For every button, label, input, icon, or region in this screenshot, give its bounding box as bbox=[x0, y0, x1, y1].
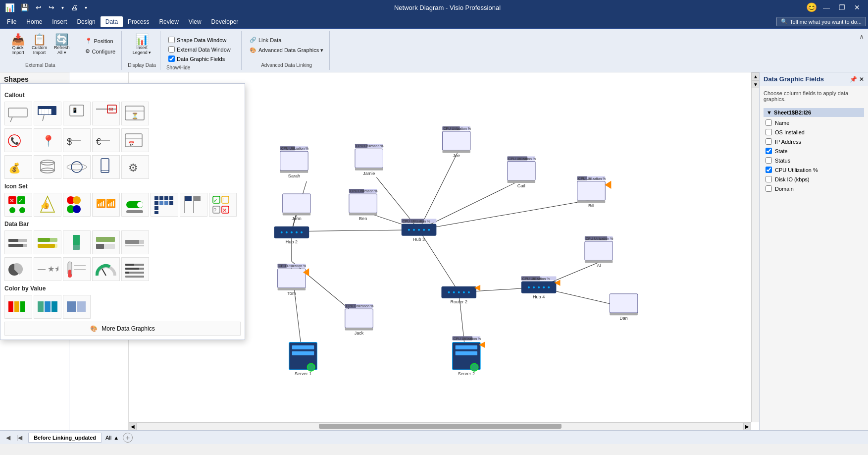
iconset-item-3[interactable] bbox=[63, 193, 91, 217]
callout-money-bag[interactable]: 💰 bbox=[4, 155, 32, 179]
right-panel-close-btn[interactable]: ✕ bbox=[859, 76, 864, 83]
server2-node[interactable]: CPU Utilization % Server 2 bbox=[453, 337, 485, 377]
menu-item-process[interactable]: Process bbox=[123, 16, 154, 27]
scroll-left-arrow[interactable]: ◀ bbox=[129, 423, 137, 431]
gail-node[interactable]: CPU Utilization % Gail bbox=[508, 156, 536, 188]
advanced-graphics-button[interactable]: 🎨 Advanced Data Graphics ▾ bbox=[248, 46, 325, 55]
callout-calendar[interactable]: 📅 bbox=[121, 128, 149, 152]
right-panel-pin-icon[interactable]: 📌 bbox=[850, 76, 857, 83]
databar-item-4[interactable] bbox=[92, 230, 120, 254]
databar-multibar[interactable] bbox=[121, 257, 149, 281]
hub4-node[interactable]: CPU Utilization % Hub 4 bbox=[521, 276, 561, 299]
data-graphic-fields-checkbox[interactable]: Data Graphic Fields bbox=[166, 55, 233, 63]
field-name-checkbox[interactable] bbox=[766, 119, 772, 126]
menu-item-design[interactable]: Design bbox=[72, 16, 100, 27]
page-first-btn[interactable]: |◀ bbox=[14, 433, 24, 442]
callout-location[interactable]: 📍 bbox=[34, 128, 61, 152]
data-graphic-fields-input[interactable] bbox=[168, 56, 175, 62]
status-tab[interactable]: Before Linking_updated bbox=[28, 433, 102, 443]
callout-item-3[interactable]: 📱 bbox=[63, 102, 91, 125]
menu-item-insert[interactable]: Insert bbox=[47, 16, 72, 27]
hub3-node[interactable]: CPU Utilization % Hub 3 bbox=[402, 219, 437, 242]
color-item-1[interactable] bbox=[4, 295, 32, 319]
quick-import-button[interactable]: 📥 QuickImport bbox=[8, 33, 28, 57]
shape-data-window-checkbox[interactable]: Shape Data Window bbox=[166, 36, 233, 44]
minimize-button[interactable]: — bbox=[820, 2, 833, 12]
dan-node[interactable]: Dan bbox=[610, 294, 637, 321]
page-dropdown[interactable]: All ▲ bbox=[105, 435, 119, 441]
jack-node[interactable]: CPU Utilization % Jack bbox=[345, 304, 374, 336]
vertical-scrollbar[interactable]: ▲ ▼ bbox=[751, 72, 759, 422]
quick-access-print[interactable]: 🖨 bbox=[69, 3, 79, 12]
al-node[interactable]: CPU Utilization % Al bbox=[585, 236, 613, 269]
quick-access-redo[interactable]: ↪ bbox=[47, 3, 56, 12]
ribbon-collapse-button[interactable]: ∧ bbox=[859, 33, 864, 41]
scroll-down-arrow[interactable]: ▼ bbox=[752, 80, 759, 88]
quick-access-save[interactable]: 💾 bbox=[19, 3, 30, 12]
shape-data-window-input[interactable] bbox=[168, 37, 175, 43]
databar-item-3[interactable] bbox=[63, 230, 91, 254]
iconset-item-grid[interactable] bbox=[151, 193, 178, 217]
menu-item-review[interactable]: Review bbox=[154, 16, 183, 27]
callout-item-2[interactable]: ████ bbox=[34, 102, 61, 125]
databar-stars[interactable]: — ★★★★ bbox=[34, 257, 61, 281]
sarah-node[interactable]: CPU Utilization % Sarah bbox=[280, 146, 309, 178]
field-os-checkbox[interactable] bbox=[766, 129, 772, 135]
callout-planet[interactable] bbox=[63, 155, 91, 179]
insert-legend-button[interactable]: 📊 InsertLegend ▾ bbox=[130, 33, 154, 60]
iconset-item-checkmarks[interactable]: ✓ ! ? ✕ bbox=[209, 193, 237, 217]
databar-pie[interactable] bbox=[4, 257, 32, 281]
callout-item-1[interactable] bbox=[4, 102, 32, 125]
field-status-checkbox[interactable] bbox=[766, 157, 772, 164]
databar-item-1[interactable] bbox=[4, 230, 32, 254]
horizontal-scrollbar[interactable]: ◀ ▶ bbox=[129, 422, 751, 430]
refresh-all-button[interactable]: 🔄 RefreshAll ▾ bbox=[51, 33, 73, 57]
maximize-button[interactable]: ❐ bbox=[836, 2, 848, 12]
more-data-graphics-btn[interactable]: 🎨 More Data Graphics bbox=[4, 322, 241, 336]
custom-import-button[interactable]: 📋 CustomImport bbox=[29, 33, 50, 57]
databar-thermometer[interactable] bbox=[63, 257, 91, 281]
scroll-right-arrow[interactable]: ▶ bbox=[743, 423, 751, 431]
callout-gear[interactable]: ⚙ bbox=[121, 155, 149, 179]
bill-node[interactable]: CPU Utilization % Bill bbox=[577, 176, 612, 209]
menu-item-file[interactable]: File bbox=[2, 16, 21, 27]
callout-phone[interactable]: 📞 bbox=[4, 128, 32, 152]
close-button[interactable]: ✕ bbox=[851, 2, 863, 12]
databar-gauge[interactable] bbox=[92, 257, 120, 281]
databar-item-2[interactable] bbox=[34, 230, 61, 254]
callout-mobile[interactable] bbox=[92, 155, 120, 179]
iconset-item-flags[interactable] bbox=[180, 193, 207, 217]
field-domain-checkbox[interactable] bbox=[766, 185, 772, 192]
link-data-button[interactable]: 🔗 Link Data bbox=[248, 36, 325, 44]
callout-item-4[interactable]: ✉ bbox=[92, 102, 120, 125]
configure-button[interactable]: ⚙ Configure bbox=[83, 47, 118, 56]
jamie-node[interactable]: CPU Utilization % Jamie bbox=[355, 144, 384, 176]
field-diskio-checkbox[interactable] bbox=[766, 176, 772, 182]
scroll-thumb-h[interactable] bbox=[319, 424, 562, 429]
router2-node[interactable]: Router 2 bbox=[441, 285, 480, 304]
field-section-header[interactable]: ▼ Sheet1$B2:I26 bbox=[764, 108, 864, 117]
callout-item-5[interactable]: ⏳ bbox=[121, 102, 149, 125]
search-box[interactable]: 🔍 Tell me what you want to do... bbox=[776, 17, 866, 26]
iconset-item-toggle[interactable] bbox=[121, 193, 149, 217]
iconset-item-wifi[interactable]: 📶 📶 bbox=[92, 193, 120, 217]
scroll-track-h[interactable] bbox=[137, 423, 743, 430]
field-cpu-checkbox[interactable] bbox=[766, 167, 772, 173]
position-button[interactable]: 📍 Position bbox=[83, 37, 118, 45]
iconset-item-1[interactable]: ✕ ✓ bbox=[4, 193, 32, 217]
field-ip-checkbox[interactable] bbox=[766, 138, 772, 145]
menu-item-data[interactable]: Data bbox=[101, 16, 123, 27]
add-page-button[interactable]: + bbox=[123, 433, 133, 443]
john-node[interactable]: John bbox=[283, 194, 310, 221]
scroll-up-arrow[interactable]: ▲ bbox=[752, 72, 759, 80]
hub2-node[interactable]: Hub 2 bbox=[274, 227, 309, 244]
quick-access-undo[interactable]: ↩ bbox=[34, 3, 43, 12]
joe-node[interactable]: CPU Utilization % Joe bbox=[442, 126, 471, 159]
ben-node[interactable]: CPU Utilization % Ben bbox=[349, 189, 378, 221]
page-prev-btn[interactable]: ◀ bbox=[4, 433, 12, 442]
color-item-3[interactable] bbox=[63, 295, 91, 319]
menu-item-view[interactable]: View bbox=[184, 16, 206, 27]
menu-item-developer[interactable]: Developer bbox=[206, 16, 244, 27]
databar-item-5[interactable] bbox=[121, 230, 149, 254]
quick-access-more[interactable]: ▾ bbox=[60, 4, 65, 11]
